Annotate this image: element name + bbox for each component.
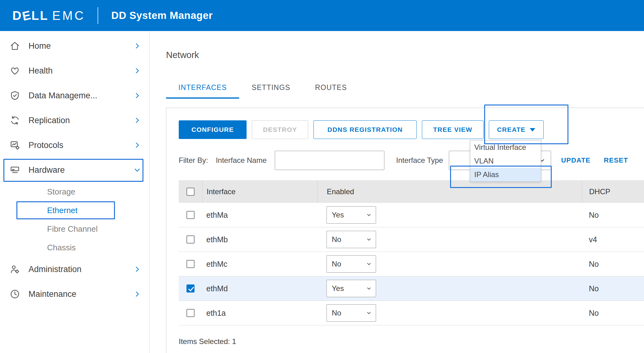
column-header-dhcp: DHCP (582, 180, 644, 203)
sidebar-item-fibre-channel[interactable]: Fibre Channel (0, 220, 149, 238)
chevron-right-icon (133, 116, 141, 124)
sidebar-sub-label: Chassis (47, 243, 76, 252)
clock-icon (9, 288, 21, 300)
sidebar: Home Health Data Manageme... Replication (0, 31, 150, 353)
replication-icon (9, 114, 21, 127)
header-divider (98, 7, 98, 24)
sidebar-item-label: Administration (28, 265, 133, 274)
dellemc-logo: DELL EMC (12, 9, 85, 23)
row-checkbox[interactable] (186, 309, 195, 317)
sidebar-item-label: Maintenance (28, 289, 133, 299)
interface-name: ethMb (202, 235, 317, 244)
page-title: Network (166, 50, 644, 60)
sidebar-item-label: Data Manageme... (28, 91, 133, 101)
table-row: eth1a No No (179, 301, 644, 325)
enabled-select[interactable]: No (326, 231, 376, 248)
interface-name-label: Interface Name (216, 156, 267, 165)
column-header-interface: Interface (202, 180, 317, 203)
table-row: ethMc No No (179, 252, 644, 276)
enabled-value: No (332, 309, 341, 317)
ddns-registration-button[interactable]: DDNS REGISTRATION (313, 120, 417, 139)
shield-icon (9, 89, 21, 102)
chevron-down-icon (366, 236, 372, 243)
create-button-label: CREATE (497, 126, 526, 133)
select-all-checkbox[interactable] (186, 188, 195, 196)
sidebar-sub-label: Fibre Channel (47, 224, 98, 234)
interface-type-label: Interface Type (396, 156, 443, 165)
row-checkbox[interactable] (186, 284, 195, 293)
chevron-right-icon (133, 92, 141, 100)
hardware-icon (9, 164, 21, 176)
sidebar-item-label: Health (28, 66, 133, 76)
emc-wordmark: EMC (52, 9, 85, 23)
sidebar-sub-label: Ethernet (47, 206, 77, 215)
table-row: ethMa Yes No (179, 203, 644, 227)
chevron-down-icon (366, 310, 372, 316)
interfaces-table: Interface Enabled DHCP ethMa Yes No (179, 180, 644, 325)
dell-wordmark: DELL (12, 9, 48, 23)
heart-icon (9, 65, 21, 77)
update-link[interactable]: UPDATE (561, 156, 590, 164)
dhcp-value: No (582, 260, 644, 269)
protocols-icon (9, 139, 21, 151)
chevron-down-icon (366, 212, 372, 218)
sidebar-item-label: Protocols (28, 141, 133, 150)
interface-name-input[interactable] (275, 151, 384, 170)
column-header-enabled: Enabled (317, 180, 582, 203)
chevron-right-icon (133, 67, 141, 75)
tab-bar: INTERFACES SETTINGS ROUTES (166, 83, 644, 99)
interfaces-panel: CONFIGURE DESTROY DDNS REGISTRATION TREE… (166, 108, 644, 353)
row-checkbox[interactable] (186, 260, 195, 268)
configure-button[interactable]: CONFIGURE (179, 120, 247, 139)
enabled-select[interactable]: No (326, 255, 376, 273)
sidebar-item-home[interactable]: Home (0, 34, 149, 58)
tree-view-button[interactable]: TREE VIEW (422, 120, 484, 139)
app-title: DD System Manager (111, 10, 213, 21)
chevron-right-icon (133, 141, 141, 149)
enabled-value: Yes (332, 211, 344, 219)
sidebar-item-replication[interactable]: Replication (0, 108, 149, 133)
row-checkbox[interactable] (186, 235, 195, 244)
main-content: Network INTERFACES SETTINGS ROUTES CONFI… (150, 31, 644, 353)
chevron-down-icon (366, 285, 372, 292)
sidebar-item-protocols[interactable]: Protocols (0, 133, 149, 158)
interface-name: eth1a (202, 309, 317, 318)
tab-routes[interactable]: ROUTES (303, 83, 359, 99)
sidebar-item-administration[interactable]: Administration (0, 257, 149, 282)
create-button[interactable]: CREATE (489, 120, 544, 139)
tab-interfaces[interactable]: INTERFACES (166, 83, 239, 99)
menu-item-ip-alias[interactable]: IP Alias (470, 168, 541, 181)
enabled-select[interactable]: Yes (326, 280, 376, 297)
chevron-down-icon (133, 166, 141, 174)
table-row: ethMb No v4 (179, 227, 644, 252)
enabled-value: No (332, 235, 341, 244)
sidebar-item-chassis[interactable]: Chassis (0, 238, 149, 257)
tab-settings[interactable]: SETTINGS (239, 83, 303, 99)
dhcp-value: No (582, 309, 644, 318)
table-row: ethMd Yes No (179, 276, 644, 301)
sidebar-item-maintenance[interactable]: Maintenance (0, 282, 149, 306)
filter-by-label: Filter By: (179, 156, 208, 165)
toolbar: CONFIGURE DESTROY DDNS REGISTRATION TREE… (179, 120, 644, 139)
row-checkbox[interactable] (186, 211, 195, 219)
menu-item-virtual-interface[interactable]: Virtual Interface (470, 141, 541, 154)
menu-item-vlan[interactable]: VLAN (470, 154, 541, 168)
destroy-button[interactable]: DESTROY (252, 120, 308, 139)
sidebar-item-hardware[interactable]: Hardware (0, 158, 149, 182)
enabled-select[interactable]: Yes (326, 206, 376, 224)
sidebar-item-storage[interactable]: Storage (0, 182, 149, 201)
filter-row: Filter By: Interface Name Interface Type… (179, 150, 644, 170)
sidebar-item-ethernet[interactable]: Ethernet (0, 201, 149, 220)
sidebar-item-data-management[interactable]: Data Manageme... (0, 83, 149, 108)
enabled-select[interactable]: No (326, 304, 376, 322)
interface-name: ethMc (202, 260, 317, 269)
chevron-right-icon (133, 265, 141, 273)
dhcp-value: v4 (582, 235, 644, 244)
interface-name: ethMa (202, 211, 317, 220)
reset-link[interactable]: RESET (604, 156, 628, 164)
app-header: DELL EMC DD System Manager (0, 0, 644, 31)
chevron-down-icon (366, 261, 372, 267)
sidebar-item-health[interactable]: Health (0, 58, 149, 83)
sidebar-sub-label: Storage (47, 187, 75, 197)
sidebar-item-label: Hardware (28, 165, 133, 175)
